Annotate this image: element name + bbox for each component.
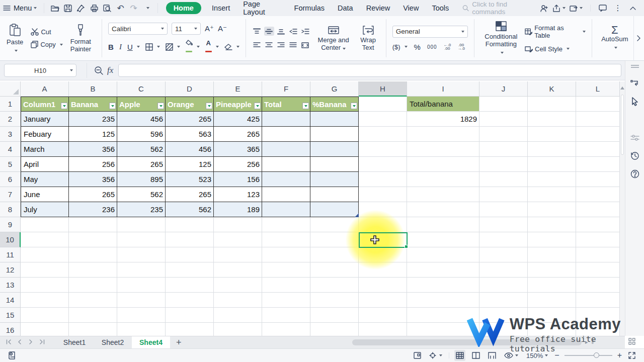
cell-C16[interactable] bbox=[117, 323, 166, 336]
cell-E12[interactable] bbox=[214, 262, 262, 278]
cell-B14[interactable] bbox=[69, 293, 117, 308]
column-header-A[interactable]: A bbox=[21, 81, 69, 97]
cell-D14[interactable] bbox=[166, 293, 214, 308]
cell-H3[interactable] bbox=[359, 127, 407, 142]
sheet-tab-sheet4[interactable]: Sheet4 bbox=[132, 336, 170, 349]
cell-L15[interactable] bbox=[576, 308, 620, 323]
cell-B7[interactable]: 265 bbox=[69, 187, 117, 202]
cell-F4[interactable] bbox=[262, 142, 310, 157]
cell-A11[interactable] bbox=[21, 247, 69, 262]
cell-K1[interactable] bbox=[528, 97, 576, 112]
row-header-7[interactable]: 7 bbox=[0, 187, 21, 202]
vertical-scrollbar[interactable] bbox=[620, 81, 625, 336]
cell-style-button[interactable]: Cell Style bbox=[525, 45, 586, 53]
cell-E1[interactable]: Pineapple bbox=[214, 97, 262, 112]
cell-G14[interactable] bbox=[310, 293, 359, 308]
cell-J4[interactable] bbox=[479, 142, 528, 157]
filter-button-Banana[interactable] bbox=[109, 103, 116, 109]
column-header-E[interactable]: E bbox=[214, 81, 262, 97]
cell-D13[interactable] bbox=[166, 278, 214, 293]
autosum-button[interactable]: Σ AutoSum bbox=[598, 25, 631, 51]
cell-F1[interactable]: Total bbox=[262, 97, 310, 112]
cell-K16[interactable] bbox=[528, 323, 576, 336]
cell-G13[interactable] bbox=[310, 278, 359, 293]
row-header-4[interactable]: 4 bbox=[0, 142, 21, 157]
align-center-icon[interactable] bbox=[264, 41, 274, 50]
row-header-13[interactable]: 13 bbox=[0, 278, 21, 293]
cell-K7[interactable] bbox=[528, 187, 576, 202]
column-header-I[interactable]: I bbox=[407, 81, 479, 97]
zoom-out-button[interactable]: − bbox=[554, 351, 559, 360]
cell-D7[interactable]: 265 bbox=[166, 187, 214, 202]
cell-A16[interactable] bbox=[21, 323, 69, 336]
column-header-K[interactable]: K bbox=[528, 81, 576, 97]
tab-insert[interactable]: Insert bbox=[205, 0, 236, 16]
cell-K9[interactable] bbox=[528, 217, 576, 232]
column-header-C[interactable]: C bbox=[117, 81, 166, 97]
cell-D6[interactable]: 523 bbox=[166, 172, 214, 187]
scroll-up-arrow-icon[interactable] bbox=[620, 86, 624, 89]
cell-K2[interactable] bbox=[528, 112, 576, 127]
cell-E11[interactable] bbox=[214, 247, 262, 262]
cell-C4[interactable]: 562 bbox=[117, 142, 166, 157]
cell-L16[interactable] bbox=[576, 323, 620, 336]
cell-H8[interactable] bbox=[359, 202, 407, 217]
align-left-icon[interactable] bbox=[252, 41, 262, 50]
navigation-pane-icon[interactable] bbox=[625, 76, 644, 91]
cell-E6[interactable]: 156 bbox=[214, 172, 262, 187]
cell-G5[interactable] bbox=[310, 157, 359, 172]
currency-format-icon[interactable]: ($) bbox=[392, 43, 408, 51]
undo-icon[interactable]: ↶ bbox=[115, 2, 127, 15]
clear-format-button[interactable] bbox=[224, 44, 239, 50]
scrollbar-split-handle[interactable]: ▸ ‖ bbox=[585, 339, 595, 345]
tab-view[interactable]: View bbox=[396, 0, 425, 16]
command-search[interactable]: Click to find commands bbox=[462, 1, 537, 16]
filter-button-Pineapple[interactable] bbox=[254, 103, 261, 109]
name-box[interactable]: H10 bbox=[4, 64, 76, 77]
decrease-indent-icon[interactable] bbox=[288, 27, 298, 36]
cell-G4[interactable] bbox=[310, 142, 359, 157]
cell-B4[interactable]: 356 bbox=[69, 142, 117, 157]
cell-C8[interactable]: 235 bbox=[117, 202, 166, 217]
cell-H15[interactable] bbox=[359, 308, 407, 323]
help-icon[interactable] bbox=[625, 166, 644, 182]
cell-F13[interactable] bbox=[262, 278, 310, 293]
more-commands-chevron-icon[interactable] bbox=[141, 2, 153, 15]
cell-L13[interactable] bbox=[576, 278, 620, 293]
selection-cursor-icon[interactable] bbox=[625, 94, 644, 109]
cell-I7[interactable] bbox=[407, 187, 479, 202]
cell-B1[interactable]: Banana bbox=[69, 97, 117, 112]
cell-B16[interactable] bbox=[69, 323, 117, 336]
cell-E16[interactable] bbox=[214, 323, 262, 336]
cell-I3[interactable] bbox=[407, 127, 479, 142]
cell-F2[interactable] bbox=[262, 112, 310, 127]
cell-A8[interactable]: July bbox=[21, 202, 69, 217]
cell-C15[interactable] bbox=[117, 308, 166, 323]
cell-L4[interactable] bbox=[576, 142, 620, 157]
open-in-window-icon[interactable] bbox=[568, 2, 585, 15]
filter-button-Orange[interactable] bbox=[206, 103, 212, 109]
row-header-1[interactable]: 1 bbox=[0, 97, 21, 112]
cell-A12[interactable] bbox=[21, 262, 69, 278]
cell-C5[interactable]: 265 bbox=[117, 157, 166, 172]
cell-K15[interactable] bbox=[528, 308, 576, 323]
fill-handle[interactable] bbox=[405, 245, 408, 248]
cell-G6[interactable] bbox=[310, 172, 359, 187]
align-right-icon[interactable] bbox=[276, 41, 286, 50]
row-header-16[interactable]: 16 bbox=[0, 323, 21, 336]
vertical-scrollbar-thumb[interactable] bbox=[621, 95, 624, 155]
cell-E8[interactable]: 189 bbox=[214, 202, 262, 217]
column-header-D[interactable]: D bbox=[166, 81, 214, 97]
cell-E3[interactable]: 265 bbox=[214, 127, 262, 142]
cell-J14[interactable] bbox=[479, 293, 528, 308]
cell-F11[interactable] bbox=[262, 247, 310, 262]
cell-B3[interactable]: 125 bbox=[69, 127, 117, 142]
cell-B15[interactable] bbox=[69, 308, 117, 323]
save-icon[interactable] bbox=[62, 2, 74, 15]
zoom-level-button[interactable]: 150% bbox=[525, 350, 549, 361]
cell-D11[interactable] bbox=[166, 247, 214, 262]
borders-button[interactable] bbox=[145, 43, 160, 51]
cell-A2[interactable]: January bbox=[21, 112, 69, 127]
cell-A15[interactable] bbox=[21, 308, 69, 323]
next-sheet-icon[interactable] bbox=[25, 339, 36, 346]
